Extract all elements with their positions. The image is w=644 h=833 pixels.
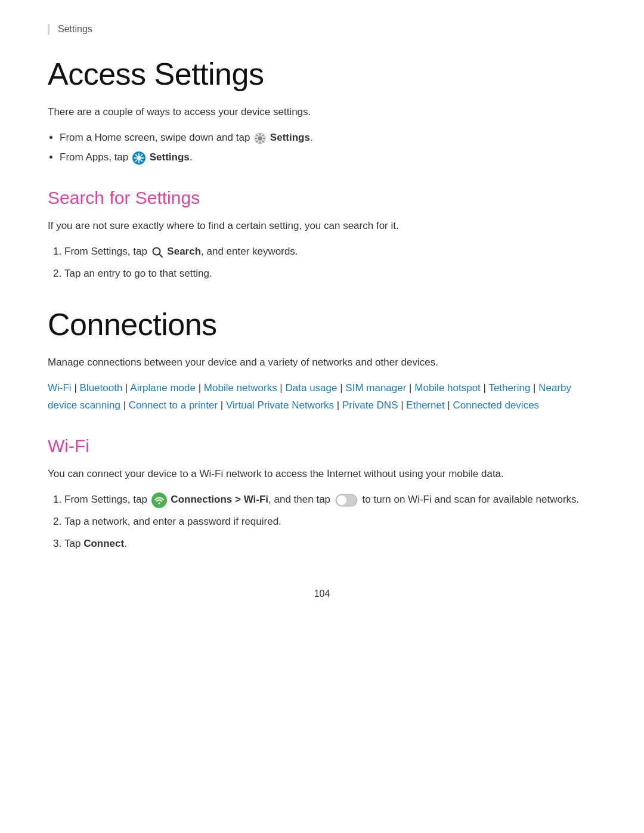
access-settings-bullets: From a Home screen, swipe down and tap S… — [60, 129, 596, 166]
link-mobile-hotspot[interactable]: Mobile hotspot — [414, 382, 481, 394]
connections-title: Connections — [48, 306, 596, 342]
wifi-step-2: Tap a network, and enter a password if r… — [64, 513, 596, 531]
search-step-1: From Settings, tap Search, and enter key… — [64, 243, 596, 261]
connections-intro: Manage connections between your device a… — [48, 354, 596, 370]
search-for-settings-heading: Search for Settings — [48, 188, 596, 208]
bullet-apps: From Apps, tap Settings. — [60, 149, 596, 166]
gear-home-icon — [254, 132, 266, 144]
bullet-home-text-before: From a Home screen, swipe down and tap — [60, 132, 253, 143]
bullet-home: From a Home screen, swipe down and tap S… — [60, 129, 596, 147]
search-steps: From Settings, tap Search, and enter key… — [64, 243, 596, 283]
wifi-heading: Wi-Fi — [48, 436, 596, 456]
toggle-switch-icon — [335, 494, 358, 507]
access-settings-intro: There are a couple of ways to access you… — [48, 104, 596, 120]
breadcrumb: Settings — [48, 24, 596, 35]
link-wifi[interactable]: Wi-Fi — [48, 382, 72, 394]
link-airplane-mode[interactable]: Airplane mode — [130, 382, 196, 394]
bullet-apps-text-before: From Apps, tap — [60, 151, 131, 163]
link-private-dns[interactable]: Private DNS — [342, 400, 398, 411]
svg-line-5 — [159, 254, 162, 257]
gear-apps-icon — [132, 151, 145, 165]
search-step-2: Tap an entry to go to that setting. — [64, 265, 596, 283]
link-vpn[interactable]: Virtual Private Networks — [226, 400, 334, 411]
breadcrumb-label: Settings — [58, 24, 92, 34]
link-connect-to-printer[interactable]: Connect to a printer — [129, 400, 218, 411]
wifi-step-3: Tap Connect. — [64, 535, 596, 553]
link-mobile-networks[interactable]: Mobile networks — [204, 382, 277, 394]
bullet-home-bold: Settings — [270, 132, 310, 143]
wifi-step-1: From Settings, tap Connections > Wi-Fi, … — [64, 491, 596, 509]
svg-point-1 — [258, 136, 262, 140]
link-bluetooth[interactable]: Bluetooth — [80, 382, 123, 394]
wifi-step-1-bold: Connections > Wi-Fi — [171, 494, 268, 505]
wifi-connections-icon — [151, 493, 167, 508]
link-tethering[interactable]: Tethering — [488, 382, 530, 394]
search-icon — [151, 246, 163, 258]
svg-point-3 — [137, 156, 141, 160]
link-sim-manager[interactable]: SIM manager — [345, 382, 406, 394]
svg-point-9 — [337, 496, 346, 505]
access-settings-title: Access Settings — [48, 56, 596, 92]
bullet-apps-bold: Settings — [150, 151, 190, 163]
search-bold: Search — [167, 246, 201, 257]
search-for-settings-intro: If you are not sure exactly where to fin… — [48, 218, 596, 234]
wifi-intro: You can connect your device to a Wi-Fi n… — [48, 466, 596, 482]
svg-point-7 — [158, 502, 160, 504]
link-ethernet[interactable]: Ethernet — [406, 400, 444, 411]
wifi-steps: From Settings, tap Connections > Wi-Fi, … — [64, 491, 596, 553]
link-connected-devices[interactable]: Connected devices — [453, 400, 540, 411]
link-data-usage[interactable]: Data usage — [286, 382, 338, 394]
page-number: 104 — [48, 589, 596, 599]
connections-link-list: Wi-Fi | Bluetooth | Airplane mode | Mobi… — [48, 380, 596, 414]
